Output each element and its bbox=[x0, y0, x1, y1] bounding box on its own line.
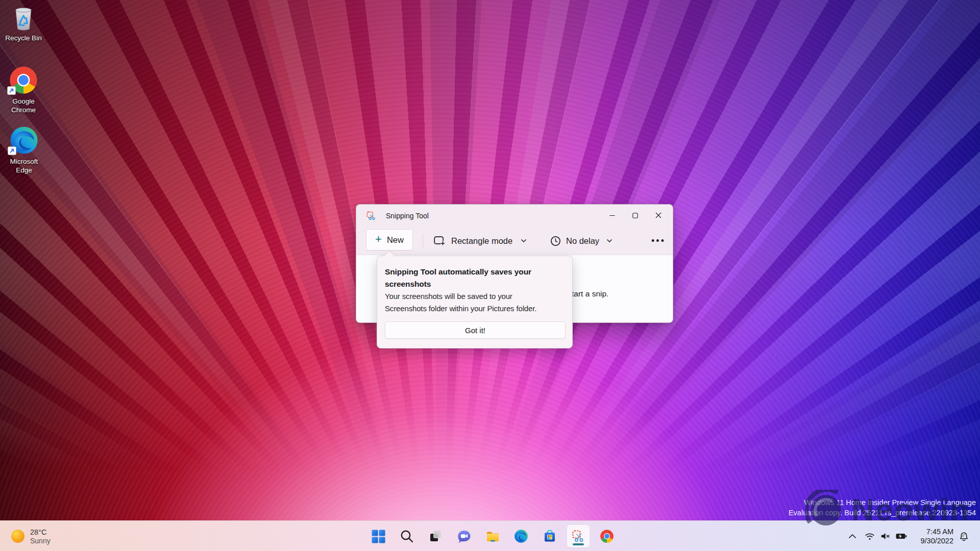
volume-muted-icon bbox=[880, 531, 891, 542]
weather-temp: 28°C bbox=[30, 528, 51, 537]
maximize-button[interactable] bbox=[624, 205, 647, 226]
wifi-button[interactable] bbox=[862, 529, 877, 544]
search-icon bbox=[400, 530, 413, 543]
plus-icon: + bbox=[375, 234, 382, 244]
chrome-icon bbox=[600, 529, 614, 543]
close-icon bbox=[655, 212, 662, 218]
show-hidden-icons-button[interactable] bbox=[845, 529, 860, 544]
file-explorer-button[interactable] bbox=[481, 525, 504, 547]
desktop: Recycle Bin GoogleChrome bbox=[0, 0, 980, 551]
wifi-icon bbox=[864, 531, 875, 542]
task-view-icon bbox=[428, 529, 443, 543]
snip-hint-text: tart a snip. bbox=[572, 289, 608, 298]
chat-icon bbox=[457, 529, 472, 544]
store-icon bbox=[543, 529, 557, 543]
toolbar-divider bbox=[423, 234, 423, 248]
delay-dropdown[interactable]: No delay bbox=[550, 227, 612, 255]
minimize-icon bbox=[609, 213, 615, 218]
desktop-icon-microsoft-edge[interactable]: MicrosoftEdge bbox=[1, 126, 47, 174]
file-explorer-icon bbox=[485, 529, 500, 544]
notification-bell-button[interactable]: z z bbox=[956, 529, 971, 544]
new-snip-button[interactable]: + New bbox=[366, 229, 413, 251]
got-it-button[interactable]: Got it! bbox=[385, 321, 566, 339]
tray-time: 7:45 AM bbox=[920, 528, 953, 537]
minimize-button[interactable] bbox=[601, 205, 624, 226]
desktop-icon-recycle-bin[interactable]: Recycle Bin bbox=[0, 2, 47, 42]
desktop-icon-label: MicrosoftEdge bbox=[1, 157, 47, 174]
mode-dropdown[interactable]: Rectangle mode bbox=[434, 227, 527, 255]
chevron-up-icon bbox=[847, 531, 857, 541]
search-button[interactable] bbox=[396, 525, 418, 547]
shortcut-arrow-icon bbox=[7, 86, 16, 95]
weather-condition: Sunny bbox=[30, 537, 51, 545]
system-tray: 7:45 AM 9/30/2022 z z bbox=[827, 521, 980, 551]
close-button[interactable] bbox=[647, 205, 670, 226]
desktop-icon-label: GoogleChrome bbox=[0, 97, 47, 114]
chevron-down-icon bbox=[521, 239, 527, 243]
clock[interactable]: 7:45 AM 9/30/2022 bbox=[920, 528, 953, 545]
clock-icon bbox=[550, 236, 561, 246]
volume-button[interactable] bbox=[878, 529, 893, 544]
chrome-taskbar-button[interactable] bbox=[596, 525, 618, 547]
see-more-button[interactable]: ••• bbox=[651, 227, 666, 255]
maximize-icon bbox=[632, 213, 638, 218]
tooltip-title: Snipping Tool automatically saves your s… bbox=[385, 266, 554, 290]
tooltip-body: Your screenshots will be saved to your S… bbox=[385, 290, 553, 315]
chevron-down-icon bbox=[606, 239, 612, 243]
window-titlebar: Snipping Tool bbox=[356, 205, 673, 227]
snipping-tool-icon bbox=[571, 529, 585, 543]
teaching-tip: Snipping Tool automatically saves your s… bbox=[377, 256, 573, 348]
start-button[interactable] bbox=[367, 525, 389, 547]
chat-button[interactable] bbox=[453, 525, 475, 547]
bell-dnd-icon: z z bbox=[958, 531, 970, 542]
rectangle-mode-icon bbox=[434, 236, 445, 246]
battery-charging-icon bbox=[895, 530, 908, 542]
tray-date: 9/30/2022 bbox=[920, 537, 953, 546]
store-button[interactable] bbox=[538, 525, 561, 547]
window-toolbar: + New Rectangle mode No delay bbox=[356, 227, 673, 255]
snipping-tool-taskbar-button[interactable] bbox=[567, 525, 590, 547]
task-view-button[interactable] bbox=[424, 525, 447, 547]
desktop-icon-label: Recycle Bin bbox=[0, 34, 47, 42]
edge-button[interactable] bbox=[510, 525, 532, 547]
windows-watermark: Windows 11 Home Insider Preview Single L… bbox=[789, 497, 976, 518]
svg-text:z: z bbox=[962, 534, 963, 537]
window-title: Snipping Tool bbox=[386, 212, 429, 220]
snipping-tool-app-icon bbox=[366, 211, 376, 220]
taskbar-center bbox=[367, 525, 618, 547]
recycle-bin-icon bbox=[0, 2, 47, 32]
shortcut-arrow-icon bbox=[8, 146, 16, 155]
edge-icon bbox=[514, 529, 528, 543]
edge-icon bbox=[1, 126, 47, 155]
windows-logo-icon bbox=[372, 530, 385, 543]
chrome-icon bbox=[0, 65, 47, 95]
desktop-icon-google-chrome[interactable]: GoogleChrome bbox=[0, 65, 47, 114]
active-app-indicator bbox=[573, 543, 584, 545]
weather-widget[interactable]: 28°C Sunny bbox=[7, 521, 55, 551]
taskbar: 28°C Sunny bbox=[0, 520, 980, 551]
sun-icon bbox=[11, 530, 24, 543]
battery-button[interactable] bbox=[894, 529, 909, 544]
